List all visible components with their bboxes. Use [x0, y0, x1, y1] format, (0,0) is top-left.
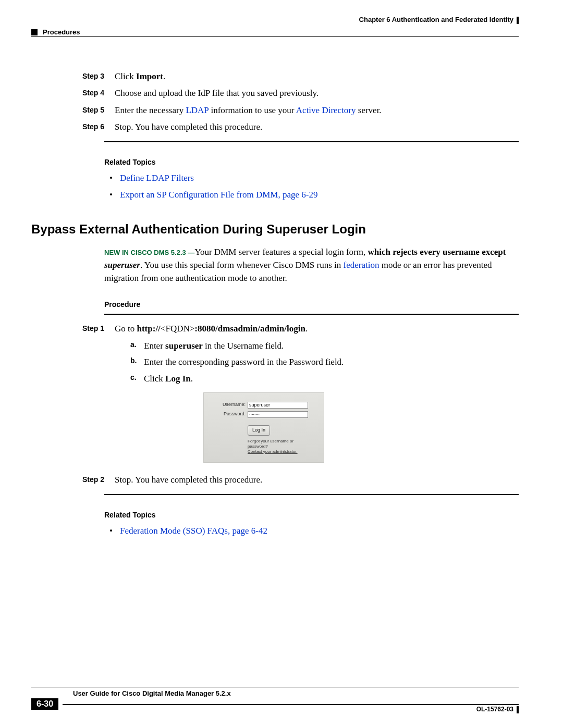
- step-body: Stop. You have completed this procedure.: [115, 473, 519, 487]
- new-in-tag: NEW IN CISCO DMS 5.2.3 —: [104, 249, 194, 256]
- divider: [104, 494, 519, 495]
- doc-id: OL-15762-03: [476, 706, 519, 713]
- step-body: Enter the necessary LDAP information to …: [115, 104, 519, 117]
- page-footer: User Guide for Cisco Digital Media Manag…: [31, 687, 519, 710]
- step-label: Step 6: [31, 120, 115, 134]
- section-title: Bypass External Authentication During Su…: [31, 222, 519, 237]
- step-body: Go to http://<FQDN>:8080/dmsadmin/admin/…: [115, 322, 519, 470]
- federation-link[interactable]: federation: [344, 260, 380, 270]
- active-directory-link[interactable]: Active Directory: [296, 105, 356, 115]
- related-link[interactable]: Define LDAP Filters: [120, 173, 194, 183]
- divider: [104, 314, 519, 315]
- related-link[interactable]: Export an SP Configuration File from DMM…: [120, 190, 317, 200]
- substep: b.Enter the corresponding password in th…: [130, 355, 519, 369]
- page-number: 6-30: [31, 698, 58, 710]
- footer-doc-title: User Guide for Cisco Digital Media Manag…: [73, 689, 519, 697]
- login-help-text: Forgot your username or password? Contac…: [248, 439, 308, 454]
- step-body: Click Import.: [115, 70, 519, 83]
- step-label: Step 3: [31, 70, 115, 83]
- divider: [104, 141, 519, 142]
- password-label: Password:: [219, 411, 248, 418]
- step-row: Step 4 Choose and upload the IdP file th…: [31, 87, 519, 100]
- related-topics-heading: Related Topics: [104, 511, 519, 519]
- page-header: Chapter 6 Authentication and Federated I…: [31, 16, 519, 33]
- ldap-link[interactable]: LDAP: [186, 105, 209, 115]
- login-button: Log In: [248, 425, 270, 436]
- step-row: Step 5 Enter the necessary LDAP informat…: [31, 104, 519, 117]
- step-row: Step 1 Go to http://<FQDN>:8080/dmsadmin…: [31, 322, 519, 470]
- step-label: Step 4: [31, 87, 115, 100]
- related-topics-list: Federation Mode (SSO) FAQs, page 6-42: [104, 524, 519, 538]
- step-body: Stop. You have completed this procedure.: [115, 120, 519, 134]
- step-row: Step 2 Stop. You have completed this pro…: [31, 473, 519, 487]
- password-input: ········: [248, 411, 308, 418]
- username-label: Username:: [219, 401, 248, 409]
- related-topics-heading: Related Topics: [104, 158, 519, 166]
- step-body: Choose and upload the IdP file that you …: [115, 87, 519, 100]
- related-link[interactable]: Federation Mode (SSO) FAQs, page 6-42: [120, 526, 267, 536]
- substep: c.Click Log In.: [130, 372, 519, 386]
- step-row: Step 6 Stop. You have completed this pro…: [31, 120, 519, 134]
- header-chapter: Chapter 6 Authentication and Federated I…: [359, 16, 519, 24]
- login-form-screenshot: Username: superuser Password: ········ L…: [203, 392, 324, 463]
- intro-paragraph: NEW IN CISCO DMS 5.2.3 —Your DMM server …: [104, 246, 519, 285]
- substep: a.Enter superuser in the Username field.: [130, 339, 519, 353]
- step-label: Step 5: [31, 104, 115, 117]
- step-label: Step 1: [31, 322, 115, 470]
- step-row: Step 3 Click Import.: [31, 70, 519, 83]
- header-section: Procedures: [31, 28, 80, 36]
- step-label: Step 2: [31, 473, 115, 487]
- username-input: superuser: [248, 402, 308, 409]
- procedure-heading: Procedure: [104, 300, 519, 309]
- related-topics-list: Define LDAP Filters Export an SP Configu…: [104, 171, 519, 201]
